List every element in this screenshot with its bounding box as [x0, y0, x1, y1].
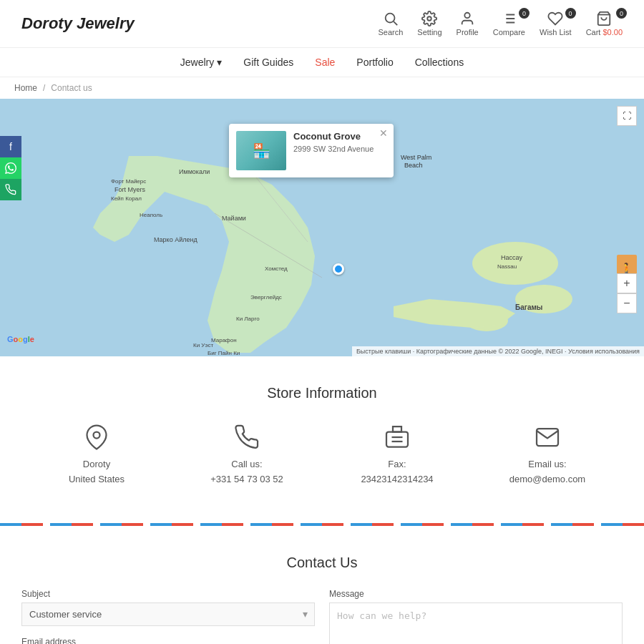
fax-icon [383, 423, 411, 452]
store-info-grid: Doroty United States Call us: +331 54 73… [21, 423, 623, 487]
svg-text:Нассау: Нассау [501, 254, 522, 261]
svg-text:Хомстед: Хомстед [265, 265, 288, 272]
svg-text:Beach: Beach [404, 162, 423, 169]
social-sidebar: f [0, 136, 21, 200]
svg-point-2 [428, 16, 432, 21]
wishlist-badge: 0 [565, 8, 576, 19]
subject-group: Subject Customer service Order inquiry R… [21, 589, 315, 626]
svg-text:Марко Айленд: Марко Айленд [154, 236, 197, 243]
breadcrumb-separator: / [43, 83, 45, 93]
svg-text:Кейп Корал: Кейп Корал [111, 195, 142, 202]
map-container[interactable]: Fort Myers Кейп Корал Иммокали Неаполь М… [0, 99, 644, 356]
google-logo: Google [7, 335, 34, 343]
compare-label: Compare [493, 28, 525, 36]
svg-text:Ки Уэст: Ки Уэст [193, 342, 214, 348]
store-info-email: Email us: demo@demo.com [472, 423, 623, 487]
contact-form-right: Message [329, 589, 623, 644]
location-icon [82, 423, 111, 452]
phone-icon [233, 423, 261, 452]
email-address: demo@demo.com [509, 472, 585, 487]
nav-collections[interactable]: Collections [415, 57, 464, 68]
whatsapp-btn[interactable] [0, 157, 21, 179]
header-icons-container: Search Setting Profile 0 Compare 0 [378, 11, 623, 36]
contact-form: Subject Customer service Order inquiry R… [21, 589, 623, 644]
map-zoom-controls: + − [617, 273, 637, 313]
map-popup-image: 🏪 [236, 131, 286, 170]
email-label: Email us: [509, 457, 585, 472]
svg-point-0 [386, 14, 395, 23]
brand-logo: Doroty Jewelry [21, 14, 135, 33]
svg-text:West Palm: West Palm [401, 154, 431, 161]
cart-icon-btn[interactable]: 0 Cart $0.00 [586, 11, 623, 36]
contact-form-left: Subject Customer service Order inquiry R… [21, 589, 315, 644]
setting-icon-btn[interactable]: Setting [417, 11, 441, 36]
cart-label: Cart $0.00 [586, 28, 623, 36]
nav-jewelry-label: Jewelry [180, 57, 214, 68]
search-label: Search [378, 28, 403, 36]
map-popup-address: 2999 SW 32nd Avenue [293, 145, 374, 153]
map-popup-title: Coconut Grove [293, 131, 374, 142]
profile-label: Profile [457, 28, 479, 36]
subject-select[interactable]: Customer service Order inquiry Returns O… [21, 602, 315, 626]
store-info-location: Doroty United States [21, 423, 172, 487]
message-group: Message [329, 589, 623, 644]
breadcrumb-home[interactable]: Home [14, 83, 37, 93]
store-info-email-text: Email us: demo@demo.com [509, 457, 585, 487]
map-expand-btn[interactable]: ⛶ [617, 106, 637, 126]
phone-support-btn[interactable] [0, 179, 21, 200]
message-label: Message [329, 589, 623, 599]
section-divider [0, 523, 644, 526]
fax-label: Fax: [361, 457, 433, 472]
subject-select-wrapper: Customer service Order inquiry Returns O… [21, 602, 315, 626]
svg-text:Иммокали: Иммокали [179, 168, 210, 175]
phone-number: +331 54 73 03 52 [210, 472, 283, 487]
svg-text:Майами: Майами [222, 215, 246, 222]
svg-point-3 [464, 13, 469, 18]
map-zoom-in[interactable]: + [617, 273, 637, 293]
store-name: Doroty [69, 457, 125, 472]
cart-price: $0.00 [602, 28, 623, 36]
phone-call-label: Call us: [210, 457, 283, 472]
map-pin [333, 263, 344, 275]
profile-icon-btn[interactable]: Profile [457, 11, 479, 36]
store-info-section: Store Information Doroty United States C… [0, 356, 644, 516]
compare-icon-btn[interactable]: 0 Compare [493, 11, 525, 36]
nav-jewelry[interactable]: Jewelry ▾ [180, 57, 222, 68]
svg-text:Ки Ларго: Ки Ларго [236, 316, 260, 322]
map-footer: Быстрые клавиши · Картографические данны… [352, 346, 644, 356]
map-popup-close[interactable]: ✕ [379, 127, 388, 139]
compare-badge: 0 [519, 8, 530, 19]
store-info-fax: Fax: 23423142314234 [322, 423, 472, 487]
map-zoom-out[interactable]: − [617, 293, 637, 313]
svg-text:Форт Майерс: Форт Майерс [111, 178, 146, 185]
map-popup-content: Coconut Grove 2999 SW 32nd Avenue [293, 131, 374, 170]
subject-label: Subject [21, 589, 315, 599]
setting-label: Setting [417, 28, 441, 36]
nav-gift-guides[interactable]: Gift Guides [243, 57, 293, 68]
svg-rect-35 [386, 432, 408, 447]
contact-title: Contact Us [21, 555, 623, 571]
email-address-label: Email address [21, 637, 315, 644]
svg-text:Nassau: Nassau [497, 263, 517, 270]
nav-jewelry-arrow: ▾ [217, 57, 222, 68]
svg-text:Багамы: Багамы [515, 303, 542, 311]
email-icon [533, 423, 562, 452]
contact-section: Contact Us Subject Customer service Orde… [0, 533, 644, 644]
store-info-fax-text: Fax: 23423142314234 [361, 457, 433, 487]
email-group: Email address [21, 637, 315, 644]
facebook-btn[interactable]: f [0, 136, 21, 157]
svg-text:Fort Myers: Fort Myers [114, 186, 146, 193]
wishlist-icon-btn[interactable]: 0 Wish List [540, 11, 572, 36]
nav-portfolio[interactable]: Portfolio [356, 57, 393, 68]
nav-sale[interactable]: Sale [315, 57, 335, 68]
svg-text:Биг Пайн Ки: Биг Пайн Ки [208, 350, 240, 356]
cart-badge: 0 [616, 8, 627, 19]
store-country: United States [69, 472, 125, 487]
svg-text:Марафон: Марафон [211, 337, 237, 343]
message-textarea[interactable] [329, 602, 623, 644]
search-icon-btn[interactable]: Search [378, 11, 403, 36]
svg-line-1 [394, 21, 397, 25]
breadcrumb-current: Contact us [51, 83, 92, 93]
wishlist-label: Wish List [540, 28, 572, 36]
main-nav: Jewelry ▾ Gift Guides Sale Portfolio Col… [0, 48, 644, 77]
